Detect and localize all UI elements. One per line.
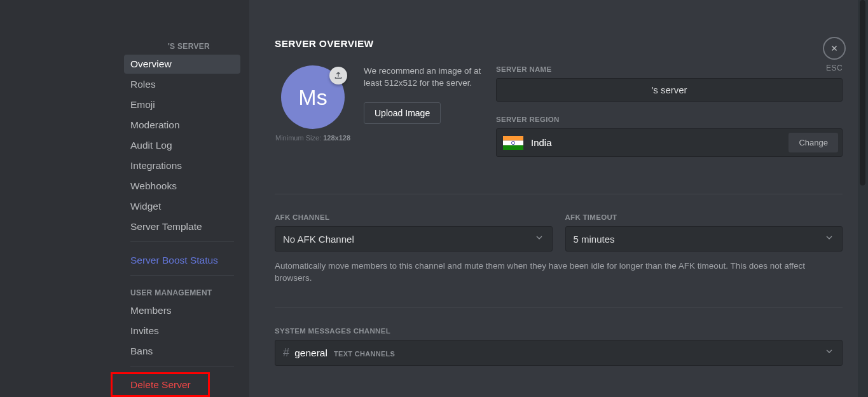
- afk-help-text: Automatically move members to this chann…: [275, 260, 843, 285]
- sidebar-user-mgmt-header: USER MANAGEMENT: [124, 285, 240, 301]
- chevron-down-icon: [824, 232, 834, 245]
- hash-icon: #: [283, 346, 289, 359]
- sidebar-item-moderation[interactable]: Moderation: [124, 116, 240, 135]
- sidebar-item-roles[interactable]: Roles: [124, 75, 240, 94]
- svg-rect-0: [503, 136, 523, 140]
- system-messages-label: SYSTEM MESSAGES CHANNEL: [275, 327, 843, 335]
- sidebar-item-overview[interactable]: Overview: [124, 55, 240, 74]
- sidebar-item-audit-log[interactable]: Audit Log: [124, 136, 240, 155]
- divider: [275, 194, 843, 194]
- chevron-down-icon: [534, 232, 544, 245]
- server-name-input[interactable]: [496, 78, 843, 102]
- recommend-text: We recommend an image of at least 512x51…: [364, 65, 483, 90]
- sidebar-item-integrations[interactable]: Integrations: [124, 156, 240, 175]
- sidebar-item-invites[interactable]: Invites: [124, 321, 240, 340]
- afk-channel-label: AFK CHANNEL: [275, 213, 553, 221]
- system-channel-category: TEXT CHANNELS: [334, 350, 395, 358]
- divider: [275, 307, 843, 308]
- server-avatar[interactable]: Ms: [281, 65, 345, 129]
- sidebar-separator: [130, 275, 234, 276]
- sidebar-item-server-template[interactable]: Server Template: [124, 217, 240, 236]
- svg-rect-2: [503, 145, 523, 149]
- upload-image-button[interactable]: Upload Image: [364, 102, 441, 124]
- close-icon: [830, 44, 839, 53]
- minimum-size-text: Minimum Size: 128x128: [275, 134, 351, 142]
- sidebar-item-bans[interactable]: Bans: [124, 342, 240, 361]
- page-title: SERVER OVERVIEW: [275, 38, 843, 50]
- server-region-row: India Change: [496, 128, 843, 157]
- server-region-label: SERVER REGION: [496, 116, 843, 123]
- afk-channel-select[interactable]: No AFK Channel: [275, 226, 553, 252]
- sidebar-item-boost-status[interactable]: Server Boost Status: [124, 251, 240, 270]
- sidebar-separator: [130, 366, 234, 367]
- system-channel-name: general: [294, 347, 327, 358]
- sidebar-item-widget[interactable]: Widget: [124, 197, 240, 216]
- sidebar-item-webhooks[interactable]: Webhooks: [124, 177, 240, 196]
- afk-timeout-value: 5 minutes: [574, 234, 615, 245]
- settings-sidebar: 'S SERVER Overview Roles Emoji Moderatio…: [119, 0, 249, 397]
- change-region-button[interactable]: Change: [789, 133, 838, 152]
- avatar-initials: Ms: [298, 85, 327, 110]
- upload-image-icon[interactable]: [329, 67, 347, 84]
- afk-timeout-label: AFK TIMEOUT: [565, 213, 843, 221]
- chevron-down-icon: [824, 346, 834, 359]
- afk-channel-value: No AFK Channel: [283, 234, 354, 245]
- sidebar-item-members[interactable]: Members: [124, 301, 240, 320]
- sidebar-server-header: 'S SERVER: [124, 38, 240, 55]
- scrollbar-track[interactable]: [858, 0, 868, 397]
- server-region-name: India: [531, 137, 781, 148]
- india-flag-icon: [503, 136, 523, 150]
- close-button[interactable]: [823, 37, 846, 60]
- sidebar-item-emoji[interactable]: Emoji: [124, 95, 240, 114]
- system-messages-select[interactable]: # general TEXT CHANNELS: [275, 340, 843, 366]
- server-name-label: SERVER NAME: [496, 65, 843, 73]
- scrollbar-thumb[interactable]: [860, 0, 865, 185]
- main-content: SERVER OVERVIEW Ms Minimum Size: 128x128…: [249, 0, 868, 397]
- sidebar-separator: [130, 241, 234, 242]
- sidebar-item-delete-server[interactable]: Delete Server: [124, 375, 240, 394]
- esc-label: ESC: [823, 64, 846, 72]
- afk-timeout-select[interactable]: 5 minutes: [565, 226, 843, 252]
